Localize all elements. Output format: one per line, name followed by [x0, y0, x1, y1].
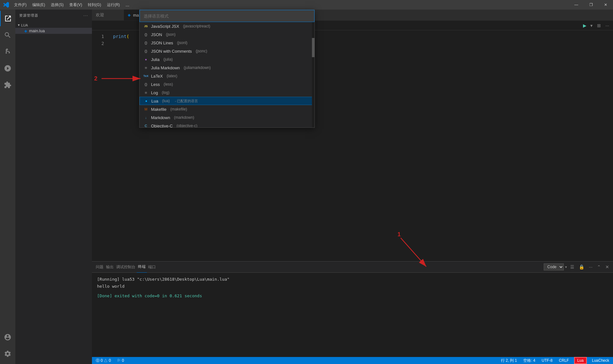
status-warnings[interactable]: ⚐ 0	[116, 358, 125, 363]
dropdown-item-markdown[interactable]: ↓ Markdown (markdown)	[140, 113, 314, 122]
menu-file[interactable]: 文件(F)	[11, 2, 29, 8]
line-num-1: 1	[92, 33, 104, 40]
activity-explorer[interactable]	[0, 11, 15, 26]
objc-icon: C	[143, 123, 148, 127]
julia-id: (julia)	[163, 57, 173, 62]
panel-code-select[interactable]: Code	[544, 263, 564, 270]
panel-expand-icon[interactable]: ⌃	[596, 264, 602, 269]
maximize-button[interactable]: ❐	[584, 0, 598, 10]
latex-name: LaTeX	[151, 74, 163, 79]
sidebar-tree: ▾ LUA ◆ main.lua	[15, 21, 92, 364]
juliamd-id: (juliamarkdown)	[184, 65, 211, 70]
line-numbers: 1 2	[92, 30, 108, 261]
panel-select-wrapper: Code ▾	[544, 263, 567, 270]
tree-folder-lua[interactable]: ▾ LUA	[15, 22, 92, 28]
dropdown-item-log[interactable]: ≡ Log (log)	[140, 88, 314, 97]
titlebar: 文件(F) 编辑(E) 选择(S) 查看(V) 转到(G) 运行(R) ... …	[0, 0, 613, 10]
menu-edit[interactable]: 编辑(E)	[30, 2, 48, 8]
dropdown-item-julia[interactable]: ● Julia (julia)	[140, 55, 314, 64]
panel-select-chevron[interactable]: ▾	[565, 265, 567, 269]
log-icon: ≡	[143, 90, 148, 95]
tree-file-main-lua[interactable]: ◆ main.lua	[15, 28, 92, 34]
dropdown-item-juliamd[interactable]: ≡ Julia Markdown (juliamarkdown)	[140, 64, 314, 72]
terminal-output-line: hello world	[97, 283, 608, 290]
status-line-ending[interactable]: CRLF	[558, 358, 570, 363]
latex-icon: TeX	[143, 73, 148, 79]
vscode-logo	[3, 2, 9, 8]
minimize-button[interactable]: —	[569, 0, 584, 10]
julia-name: Julia	[151, 57, 160, 62]
activity-extensions[interactable]	[0, 77, 15, 93]
dropdown-item-json[interactable]: {} JSON (json)	[140, 30, 314, 39]
status-line-col[interactable]: 行 2, 列 1	[500, 358, 518, 363]
dropdown-item-jsonl[interactable]: {} JSON Lines (jsonl)	[140, 39, 314, 47]
json-id: (json)	[166, 32, 176, 37]
menu-more[interactable]: ...	[123, 2, 132, 8]
status-bar-right: 行 2, 列 1 空格: 4 UTF-8 CRLF Lua LuaCheck	[500, 357, 610, 364]
juliamd-icon: ≡	[143, 65, 148, 70]
panel-content: [Running] lua53 "c:\Users\28618\Desktop\…	[92, 273, 613, 357]
dropdown-item-jsonc[interactable]: {} JSON with Comments (jsonc)	[140, 47, 314, 55]
lua-name: Lua	[151, 99, 158, 103]
status-encoding[interactable]: UTF-8	[541, 358, 554, 363]
more-actions-button[interactable]: ···	[604, 22, 610, 29]
menu-run[interactable]: 运行(R)	[104, 2, 123, 8]
close-button[interactable]: ✕	[598, 0, 613, 10]
lua-id: (lua)	[162, 99, 170, 103]
dropdown-scrollbar-thumb[interactable]	[312, 38, 314, 57]
jsx-icon: JS	[143, 24, 148, 29]
folder-chevron-icon: ▾	[18, 23, 20, 27]
terminal-done-line: [Done] exited with code=0 in 0.621 secon…	[97, 292, 608, 300]
panel-close-icon[interactable]: ✕	[604, 264, 610, 269]
dropdown-item-objc[interactable]: C Objective-C (objective-c)	[140, 122, 314, 127]
sidebar-header-icons: ···	[83, 13, 88, 18]
dropdown-item-latex[interactable]: TeX LaTeX (latex)	[140, 72, 314, 80]
menu-select[interactable]: 选择(S)	[48, 2, 66, 8]
activity-search[interactable]	[0, 27, 15, 43]
run-button[interactable]: ▶	[582, 23, 587, 28]
sidebar-header: 资源管理器 ···	[15, 10, 92, 21]
status-luacheck[interactable]: LuaCheck	[591, 358, 610, 363]
dropdown-item-jsx[interactable]: JS JavaScript JSX (javascriptreact)	[140, 22, 314, 30]
panel-tab-terminal[interactable]: 终端	[137, 262, 147, 273]
lua-icon: ●	[144, 98, 149, 103]
objc-name: Objective-C	[151, 124, 173, 128]
activity-settings[interactable]	[0, 346, 15, 361]
panel-tab-output[interactable]: 输出	[105, 262, 115, 273]
menu-goto[interactable]: 转到(G)	[85, 2, 103, 8]
dropdown-item-makefile[interactable]: M Makefile (makefile)	[140, 105, 314, 113]
activity-account[interactable]	[0, 330, 15, 345]
activity-bar-top	[0, 11, 15, 330]
run-dropdown-button[interactable]: ▾	[589, 22, 594, 29]
status-language-lua[interactable]: Lua	[574, 357, 587, 364]
julia-icon: ●	[143, 57, 148, 62]
panel-tabs: 问题 输出 调试控制台 终端 端口 Code ▾ ☰ 🔒	[92, 262, 613, 273]
sidebar-more-icon[interactable]: ···	[83, 13, 88, 18]
menu-view[interactable]: 查看(V)	[67, 2, 85, 8]
less-id: (less)	[163, 82, 173, 87]
window-controls: — ❐ ✕	[569, 0, 613, 10]
json-icon: {}	[143, 32, 148, 37]
activity-bar-bottom	[0, 330, 15, 364]
split-editor-button[interactable]: ⊞	[596, 22, 602, 29]
dropdown-item-less[interactable]: {} Less (less)	[140, 80, 314, 88]
makefile-id: (makefile)	[170, 107, 187, 111]
lua-badge: - 已配置的语言	[175, 99, 198, 103]
panel-tab-debug[interactable]: 调试控制台	[115, 262, 137, 273]
panel-list-icon[interactable]: ☰	[569, 264, 576, 269]
panel-tab-problems[interactable]: 问题	[95, 262, 105, 273]
panel-tab-ports[interactable]: 端口	[147, 262, 157, 273]
tab-welcome[interactable]: 欢迎	[92, 9, 124, 20]
jsonc-name: JSON with Comments	[151, 49, 192, 54]
panel-more-icon[interactable]: ···	[587, 264, 594, 269]
makefile-name: Makefile	[151, 107, 166, 112]
status-spaces[interactable]: 空格: 4	[522, 358, 536, 363]
status-errors[interactable]: ⓪ 0 △ 0	[95, 358, 112, 363]
terminal-running-line: [Running] lua53 "c:\Users\28618\Desktop\…	[97, 276, 608, 283]
activity-source-control[interactable]	[0, 44, 15, 59]
panel-lock-icon[interactable]: 🔒	[578, 264, 586, 269]
activity-run[interactable]	[0, 61, 15, 76]
objc-id: (objective-c)	[177, 124, 197, 127]
language-search-input[interactable]	[140, 10, 314, 22]
dropdown-item-lua[interactable]: ● Lua (lua) - 已配置的语言	[140, 97, 314, 105]
